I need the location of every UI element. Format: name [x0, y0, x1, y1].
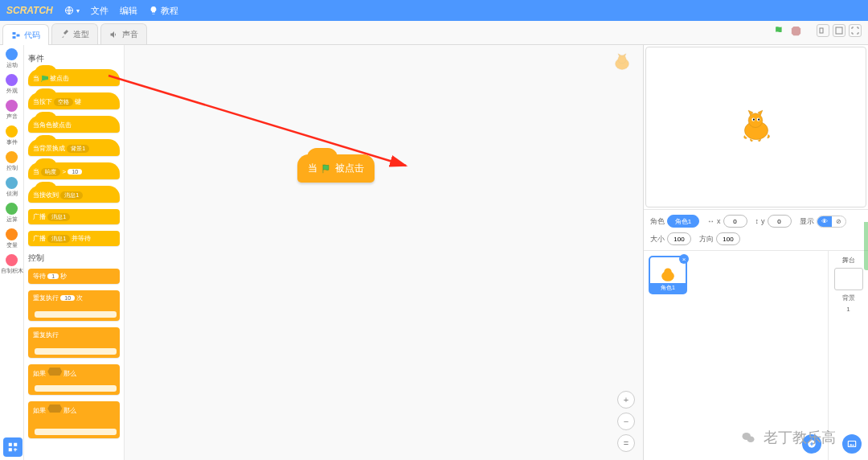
tab-sounds[interactable]: 声音	[100, 23, 147, 44]
direction-label: 方向	[699, 234, 714, 244]
tab-code[interactable]: 代码	[2, 24, 49, 45]
svg-rect-20	[9, 443, 12, 446]
category-声音[interactable]: 声音	[6, 100, 18, 121]
control-section-title: 控制	[28, 253, 120, 264]
category-label: 控制	[6, 164, 18, 172]
visibility-toggle[interactable]: 👁⊘	[817, 216, 846, 228]
extension-icon	[7, 442, 18, 453]
tutorials-label: 教程	[161, 5, 178, 17]
category-label: 运算	[6, 216, 18, 224]
category-运算[interactable]: 运算	[6, 203, 18, 224]
block-when-sprite-clicked[interactable]: 当角色被点击	[28, 116, 120, 133]
category-label: 侦测	[6, 190, 18, 198]
category-外观[interactable]: 外观	[6, 74, 18, 95]
block-when-receive[interactable]: 当接收到 消息1	[28, 186, 120, 203]
svg-rect-6	[836, 27, 842, 34]
delete-sprite-button[interactable]: ×	[679, 254, 689, 264]
zoom-reset-button[interactable]: =	[617, 434, 635, 452]
stage-panel: 舞台 背景 1	[828, 251, 868, 460]
sprite-name-input[interactable]	[667, 215, 699, 228]
block-if-else[interactable]: 如果 那么	[28, 401, 120, 438]
stop-button[interactable]	[790, 25, 802, 37]
tutorials-menu[interactable]: 教程	[149, 5, 178, 17]
chevron-down-icon: ▾	[76, 7, 80, 14]
category-dot	[6, 151, 18, 163]
file-menu[interactable]: 文件	[91, 5, 108, 17]
add-sprite-button[interactable]	[802, 434, 821, 454]
category-label: 运动	[6, 61, 18, 69]
block-when-backdrop-switches[interactable]: 当背景换成 背景1	[28, 139, 120, 156]
sound-icon	[109, 30, 119, 39]
sprite-x-input[interactable]	[723, 215, 747, 228]
block-repeat[interactable]: 重复执行 10 次	[28, 290, 120, 321]
tab-row: 代码 造型 声音	[0, 21, 868, 45]
sprite-size-input[interactable]	[667, 232, 691, 245]
svg-point-8	[618, 55, 626, 64]
category-侦测[interactable]: 侦测	[6, 177, 18, 198]
stage-small-button[interactable]	[817, 24, 829, 37]
block-when-flag-clicked[interactable]: 当 被点击	[28, 69, 120, 86]
stage-large-button[interactable]	[833, 24, 845, 37]
lightbulb-icon	[149, 6, 158, 15]
stage[interactable]	[645, 47, 866, 207]
sprite-watermark-icon	[611, 51, 633, 74]
stage-thumbnail[interactable]	[834, 268, 863, 290]
flag-icon	[41, 75, 48, 82]
image-plus-icon	[846, 438, 858, 450]
block-when-greater-than[interactable]: 当 响度 > 10	[28, 162, 120, 179]
tab-costumes[interactable]: 造型	[51, 23, 98, 44]
right-panel: 角色 ↔x ↕y 显示 👁⊘ 大小 方向 × 角色1 舞台	[643, 45, 868, 460]
category-column: 运动外观声音事件控制侦测运算变量自制积木	[0, 45, 24, 460]
category-label: 变量	[6, 241, 18, 249]
block-broadcast-wait[interactable]: 广播 消息1 并等待	[28, 231, 120, 246]
category-变量[interactable]: 变量	[6, 228, 18, 249]
block-wait[interactable]: 等待 1 秒	[28, 269, 120, 284]
zoom-controls: + − =	[617, 391, 635, 452]
svg-rect-21	[14, 443, 17, 446]
category-label: 自制积木	[1, 267, 23, 275]
sprite-direction-input[interactable]	[716, 232, 740, 245]
category-dot	[6, 228, 18, 240]
category-事件[interactable]: 事件	[6, 125, 18, 146]
edit-menu[interactable]: 编辑	[120, 5, 137, 17]
category-控制[interactable]: 控制	[6, 151, 18, 172]
eye-off-icon: ⊘	[832, 216, 845, 227]
brush-icon	[60, 30, 70, 39]
category-dot	[6, 125, 18, 138]
annotation-arrow	[100, 61, 438, 206]
zoom-out-button[interactable]: −	[617, 413, 635, 430]
script-block-when-flag-clicked[interactable]: 当 被点击	[297, 154, 375, 183]
fullscreen-button[interactable]	[849, 24, 862, 37]
category-运动[interactable]: 运动	[6, 48, 18, 69]
sprite-y-input[interactable]	[768, 215, 792, 228]
category-label: 事件	[6, 138, 18, 146]
sprite-thumbnail[interactable]: × 角色1	[649, 256, 687, 294]
show-label: 显示	[800, 216, 814, 227]
main-area: 运动外观声音事件控制侦测运算变量自制积木 事件 当 被点击 当按下 空格 键 当…	[0, 45, 868, 460]
svg-point-17	[664, 268, 671, 275]
xy-icon: ↔	[707, 217, 714, 225]
sprite-name-label: 角色	[650, 216, 665, 227]
tab-costumes-label: 造型	[73, 29, 89, 40]
category-自制积木[interactable]: 自制积木	[1, 254, 23, 275]
block-when-key-pressed[interactable]: 当按下 空格 键	[28, 92, 120, 109]
category-dot	[6, 74, 18, 86]
add-backdrop-button[interactable]	[842, 434, 862, 454]
sprite-on-stage[interactable]	[735, 106, 777, 148]
block-forever[interactable]: 重复执行	[28, 327, 120, 358]
svg-rect-3	[17, 35, 20, 37]
category-dot	[6, 48, 18, 60]
add-extension-button[interactable]	[3, 437, 23, 457]
block-if[interactable]: 如果 那么	[28, 364, 120, 395]
backdrop-count: 1	[846, 306, 850, 313]
green-flag-button[interactable]	[773, 25, 785, 37]
scrollbar-indicator	[864, 222, 868, 270]
zoom-in-button[interactable]: +	[617, 391, 635, 409]
language-menu[interactable]: ▾	[64, 6, 80, 15]
backdrop-label: 背景	[842, 294, 855, 302]
svg-rect-1	[13, 32, 16, 35]
script-area[interactable]: 当 被点击 + − =	[125, 45, 643, 460]
block-broadcast[interactable]: 广播 消息1	[28, 209, 120, 224]
events-section-title: 事件	[28, 53, 120, 64]
flag-icon	[321, 163, 332, 175]
